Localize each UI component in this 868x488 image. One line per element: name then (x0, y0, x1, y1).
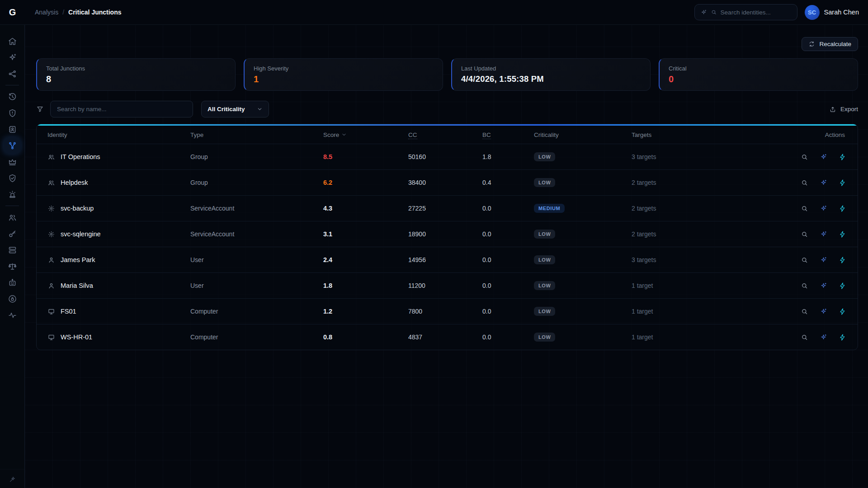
bc-cell: 0.0 (482, 230, 534, 238)
sidebar-item-shield-check[interactable] (4, 170, 21, 186)
analyze-sparkles-button[interactable] (820, 282, 827, 290)
simulate-lightning-button[interactable] (839, 308, 846, 315)
sidebar-item-id-card[interactable] (4, 121, 21, 137)
analyze-sparkles-button[interactable] (820, 153, 827, 161)
simulate-lightning-button[interactable] (839, 333, 846, 341)
simulate-lightning-button[interactable] (839, 153, 846, 161)
stat-label: Last Updated (461, 65, 641, 72)
type-cell: Group (190, 153, 323, 160)
sidebar-item-key[interactable] (4, 225, 21, 242)
table-row[interactable]: Maria SilvaUser1.8112000.0LOW1 target (37, 272, 858, 298)
key-icon (8, 229, 17, 239)
criticality-cell: MEDIUM (534, 204, 632, 213)
sidebar-item-activity[interactable] (4, 307, 21, 323)
table-row[interactable]: svc-sqlengineServiceAccount3.1189000.0LO… (37, 221, 858, 247)
inspect-search-button[interactable] (801, 308, 808, 315)
inspect-search-button[interactable] (801, 205, 808, 212)
sidebar-item-home[interactable] (4, 33, 21, 49)
column-header-score[interactable]: Score (323, 131, 408, 138)
global-search[interactable] (694, 4, 797, 20)
sidebar-divider (5, 206, 19, 206)
score-cell: 1.8 (323, 282, 408, 289)
sidebar-item-server[interactable] (4, 242, 21, 258)
top-bar: G Analysis / Critical Junctions SC Sarah… (0, 0, 868, 25)
sidebar-item-share-network[interactable] (4, 66, 21, 82)
simulate-lightning-button[interactable] (839, 230, 846, 238)
table-row[interactable]: HelpdeskGroup6.2384000.4LOW2 targets (37, 169, 858, 195)
inspect-search-button[interactable] (801, 153, 808, 161)
sidebar-item-users[interactable] (4, 209, 21, 225)
analyze-sparkles-button[interactable] (820, 308, 827, 315)
analyze-sparkles-button[interactable] (820, 256, 827, 264)
simulate-lightning-icon (839, 282, 846, 290)
recalculate-button[interactable]: Recalculate (802, 37, 858, 51)
user-menu[interactable]: SC Sarah Chen (805, 5, 859, 20)
sidebar-bottom-toggle[interactable] (0, 469, 24, 483)
sidebar-item-siren[interactable] (4, 186, 21, 202)
targets-cell: 2 targets (632, 179, 781, 186)
analyze-sparkles-icon (820, 282, 827, 290)
sidebar-item-shield-alert[interactable] (4, 105, 21, 121)
simulate-lightning-icon (839, 205, 846, 212)
filter-funnel-icon (36, 105, 44, 113)
sidebar-item-lock-circle[interactable] (4, 291, 21, 307)
table-row[interactable]: James ParkUser2.4149560.0LOW3 targets (37, 247, 858, 272)
lock-circle-icon (8, 294, 17, 304)
type-cell: Computer (190, 308, 323, 315)
inspect-search-button[interactable] (801, 230, 808, 238)
activity-icon (8, 310, 17, 320)
name-filter-input[interactable] (50, 101, 193, 117)
stat-card-high-severity: High Severity1 (244, 58, 443, 91)
shield-check-icon (8, 174, 17, 183)
inspect-search-button[interactable] (801, 282, 808, 290)
stat-label: Total Junctions (46, 65, 226, 72)
simulate-lightning-button[interactable] (839, 205, 846, 212)
identity-cell: svc-backup (37, 205, 190, 212)
inspect-search-icon (801, 230, 808, 238)
table-row[interactable]: svc-backupServiceAccount4.3272250.0MEDIU… (37, 195, 858, 221)
simulate-lightning-button[interactable] (839, 179, 846, 187)
export-button[interactable]: Export (829, 106, 858, 113)
global-search-input[interactable] (721, 9, 784, 16)
analyze-sparkles-button[interactable] (820, 179, 827, 187)
inspect-search-button[interactable] (801, 256, 808, 264)
table-row[interactable]: WS-HR-01Computer0.848370.0LOW1 target (37, 324, 858, 350)
breadcrumb-section[interactable]: Analysis (35, 9, 58, 16)
row-actions (781, 333, 858, 341)
row-actions (781, 230, 858, 238)
column-header-identity: Identity (37, 131, 190, 138)
stat-value: 4/4/2026, 1:55:38 PM (461, 74, 641, 84)
stat-card-critical: Critical0 (659, 58, 858, 91)
criticality-cell: LOW (534, 230, 632, 239)
simulate-lightning-button[interactable] (839, 282, 846, 290)
sparkles-icon (8, 53, 17, 62)
user-icon (47, 282, 55, 290)
table-row[interactable]: IT OperationsGroup8.5501601.8LOW3 target… (37, 144, 858, 169)
app-logo[interactable]: G (0, 7, 25, 18)
sidebar-item-history[interactable] (4, 89, 21, 105)
sidebar-item-sparkles[interactable] (4, 49, 21, 66)
sidebar-item-crown[interactable] (4, 154, 21, 170)
inspect-search-icon (801, 179, 808, 187)
criticality-badge: MEDIUM (534, 204, 565, 213)
analyze-sparkles-button[interactable] (820, 333, 827, 341)
column-header-type: Type (190, 131, 323, 138)
identity-name: IT Operations (61, 153, 100, 160)
sidebar-item-scales[interactable] (4, 258, 21, 274)
monitor-icon (47, 333, 55, 341)
table-row[interactable]: FS01Computer1.278000.0LOW1 target (37, 298, 858, 324)
criticality-filter-select[interactable]: All Criticality (201, 101, 269, 117)
bc-cell: 0.0 (482, 333, 534, 341)
column-header-bc: BC (482, 131, 534, 138)
junctions-table: IdentityTypeScoreCCBCCriticalityTargetsA… (36, 124, 858, 350)
inspect-search-button[interactable] (801, 179, 808, 187)
sidebar-item-junction[interactable] (4, 137, 21, 154)
inspect-search-button[interactable] (801, 333, 808, 341)
targets-cell: 3 targets (632, 256, 781, 263)
simulate-lightning-button[interactable] (839, 256, 846, 264)
analyze-sparkles-button[interactable] (820, 205, 827, 212)
targets-cell: 2 targets (632, 230, 781, 238)
avatar[interactable]: SC (805, 5, 820, 20)
analyze-sparkles-button[interactable] (820, 230, 827, 238)
sidebar-item-robot[interactable] (4, 274, 21, 291)
